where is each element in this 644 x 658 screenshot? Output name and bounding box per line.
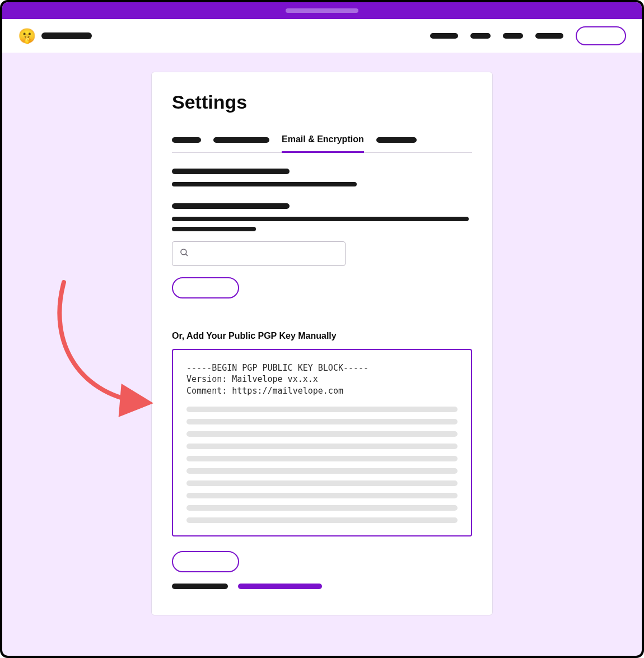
pgp-key-body-line [186,419,458,424]
tab-1[interactable] [172,132,201,150]
footer-text-row [172,584,472,589]
nav-link-4[interactable] [535,33,563,39]
tab-2[interactable] [213,132,269,150]
search-input[interactable] [172,241,346,266]
svg-point-0 [181,249,186,255]
pgp-actions-row [172,551,472,572]
settings-card: Settings Email & Encryption [151,72,493,615]
section-2 [172,203,472,300]
nav-cta-button[interactable] [576,26,626,45]
pgp-key-body-line [186,407,458,412]
brand-name-placeholder [41,32,92,39]
pgp-key-body-line [186,431,458,437]
top-nav: 🤫 [2,19,642,53]
search-submit-button[interactable] [172,277,239,298]
nav-link-1[interactable] [430,33,458,39]
pgp-key-body-line [186,517,458,523]
save-pgp-button[interactable] [172,551,239,572]
pgp-key-body-line [186,493,458,498]
section-1-heading-placeholder [172,169,290,174]
window-titlebar [2,2,642,19]
tab-label-active: Email & Encryption [282,134,364,144]
pgp-key-body-line [186,480,458,486]
pgp-key-header-text: -----BEGIN PGP PUBLIC KEY BLOCK----- Ver… [186,362,458,396]
nav-link-3[interactable] [503,33,523,39]
pgp-key-body-line [186,505,458,511]
settings-tabs: Email & Encryption [172,129,472,153]
manual-pgp-heading: Or, Add Your Public PGP Key Manually [172,331,472,341]
pgp-key-body-line [186,468,458,474]
section-1 [172,169,472,186]
footer-link-placeholder[interactable] [238,584,322,589]
brand-logo-icon: 🤫 [18,27,36,45]
pgp-key-body-line [186,444,458,449]
nav-link-2[interactable] [470,33,491,39]
pgp-key-body-line [186,456,458,461]
section-2-heading-placeholder [172,203,290,209]
app-window: 🤫 Settings [0,0,644,658]
section-2-text-line1-placeholder [172,217,469,221]
pgp-key-textarea[interactable]: -----BEGIN PGP PUBLIC KEY BLOCK----- Ver… [172,349,472,536]
annotation-arrow-icon [47,277,159,422]
content-area: Settings Email & Encryption [2,53,642,615]
svg-line-1 [185,254,188,256]
window-drag-handle[interactable] [286,8,358,13]
footer-text-placeholder [172,584,228,589]
nav-right [430,26,626,45]
page-title: Settings [172,91,472,113]
section-2-text-line2-placeholder [172,227,256,231]
tab-4[interactable] [376,132,417,150]
search-icon [179,248,189,260]
section-1-text-placeholder [172,182,357,186]
tab-email-encryption[interactable]: Email & Encryption [282,129,364,153]
brand[interactable]: 🤫 [18,27,92,45]
